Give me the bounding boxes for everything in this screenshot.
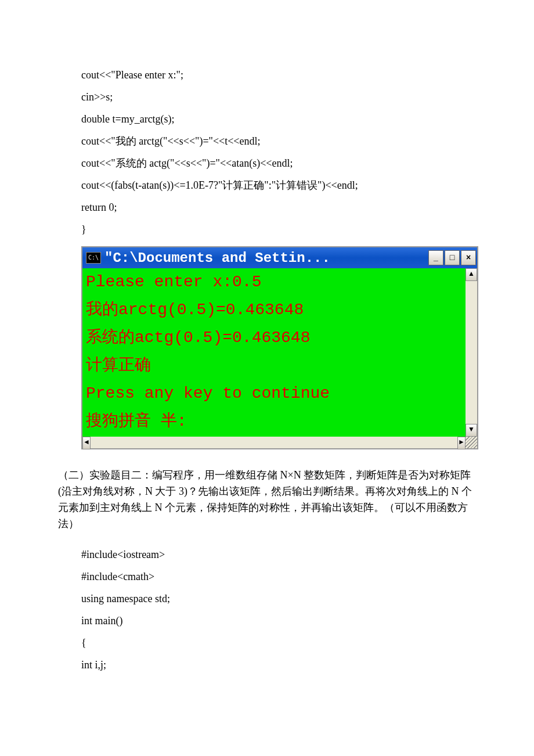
horizontal-scrollbar[interactable]: ◄ ► (82, 437, 477, 448)
window-title: "C:\Documents and Settin... (104, 250, 425, 266)
console-body: Please enter x:0.5 我的arctg(0.5)=0.463648… (82, 268, 477, 437)
code-line: #include<cmath> (81, 566, 476, 588)
scroll-up-button[interactable]: ▲ (466, 268, 477, 281)
code-line: cout<<"Please enter x:"; (81, 64, 476, 86)
scroll-down-button[interactable]: ▼ (466, 424, 477, 437)
scroll-track[interactable] (466, 281, 477, 424)
document-page: cout<<"Please enter x:"; cin>>s; double … (0, 0, 534, 711)
console-line: Press any key to continue (86, 384, 330, 402)
code-line: cout<<"我的 arctg("<<s<<")="<<t<<endl; (81, 130, 476, 152)
code-line: using namespace std; (81, 588, 476, 610)
code-line: cout<<"系统的 actg("<<s<<")="<<atan(s)<<end… (81, 152, 476, 174)
code-line: return 0; (81, 196, 476, 218)
scroll-left-button[interactable]: ◄ (82, 437, 91, 449)
title-bar: C:\ "C:\Documents and Settin... _ □ × (82, 247, 477, 268)
console-line: 计算正确 (86, 357, 151, 375)
code-line: { (81, 632, 476, 654)
console-line: 搜狗拼音 半: (86, 412, 187, 430)
code-line: int i,j; (81, 654, 476, 676)
vertical-scrollbar[interactable]: ▲ ▼ (466, 268, 477, 437)
scroll-track[interactable] (91, 437, 457, 448)
window-controls: _ □ × (428, 250, 476, 265)
code-block-2: #include<iostream> #include<cmath> using… (81, 543, 476, 676)
console-output: Please enter x:0.5 我的arctg(0.5)=0.463648… (82, 268, 466, 437)
code-line: #include<iostream> (81, 543, 476, 566)
console-line: Please enter x:0.5 (86, 273, 261, 291)
code-line: double t=my_arctg(s); (81, 108, 476, 130)
close-button[interactable]: × (461, 250, 476, 265)
exercise-description: （二）实验题目二：编写程序，用一维数组存储 N×N 整数矩阵，判断矩阵是否为对称… (58, 467, 476, 532)
code-line: } (81, 218, 476, 240)
code-line: int main() (81, 610, 476, 632)
code-line: cin>>s; (81, 86, 476, 108)
console-line: 我的arctg(0.5)=0.463648 (86, 301, 304, 319)
code-block-1: cout<<"Please enter x:"; cin>>s; double … (81, 64, 476, 240)
resize-grip-icon[interactable] (466, 437, 477, 448)
code-line: cout<<(fabs(t-atan(s))<=1.0E-7?"计算正确":"计… (81, 174, 476, 196)
console-line: 系统的actg(0.5)=0.463648 (86, 329, 310, 347)
scroll-right-button[interactable]: ► (457, 437, 466, 449)
console-window: C:\ "C:\Documents and Settin... _ □ × Pl… (81, 246, 478, 449)
maximize-button[interactable]: □ (445, 250, 460, 265)
minimize-button[interactable]: _ (428, 250, 443, 265)
cmd-icon: C:\ (86, 252, 101, 264)
